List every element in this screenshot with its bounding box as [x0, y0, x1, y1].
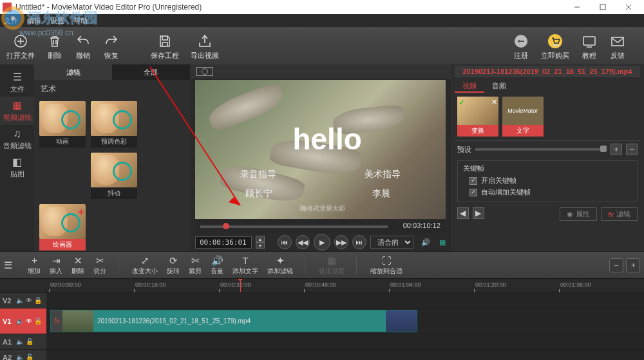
- selected-clip-name: 20190213-181236(2019_02_21_18_51_25_179)…: [455, 66, 640, 77]
- svg-rect-15: [612, 37, 623, 46]
- track-v2: V2🔈👁🔓: [0, 292, 644, 308]
- delete-button[interactable]: 删除: [46, 33, 63, 61]
- preview-panel: hello 录音指导 美术指导 顾长宁 李晨 嗨格式录屏大师 00:03:10:…: [190, 64, 451, 251]
- overlay-text-hello: hello: [292, 122, 361, 156]
- register-button[interactable]: 注册: [513, 33, 529, 61]
- keyframe-auto-checkbox[interactable]: 自动增加关键帧: [469, 187, 632, 197]
- zoom-in-button[interactable]: ＋: [626, 258, 640, 272]
- next-frame-button[interactable]: ▶▶: [334, 235, 348, 249]
- filter-category: 艺术: [34, 80, 190, 99]
- position-marker-icon[interactable]: [196, 67, 213, 76]
- menu-file[interactable]: 文件: [4, 16, 18, 26]
- track-head-v1[interactable]: V1🔈👁🔓: [0, 308, 46, 334]
- preset-remove-button[interactable]: −: [626, 144, 638, 155]
- tl-menu-button[interactable]: ☰: [4, 260, 12, 271]
- feedback-button[interactable]: 反馈: [609, 33, 626, 61]
- timecode-input[interactable]: [195, 236, 252, 249]
- menu-settings[interactable]: 设置: [50, 16, 64, 26]
- keyframe-enable-checkbox[interactable]: 开启关键帧: [469, 176, 632, 185]
- svg-rect-9: [520, 41, 524, 42]
- tl-delete-button[interactable]: ✕删除: [71, 255, 84, 276]
- grid-toggle-icon[interactable]: ▦: [439, 238, 446, 247]
- app-icon: [3, 3, 12, 12]
- track-head-a1[interactable]: A1🔈🔓: [0, 334, 46, 349]
- open-file-button[interactable]: 打开文件: [6, 33, 35, 61]
- credit-name: 顾长宁: [245, 188, 272, 200]
- window-title: Untitled* - MovieMator Video Editor Pro …: [15, 3, 564, 12]
- svg-rect-13: [583, 37, 595, 45]
- sidebar-item-sticker[interactable]: ◧贴图: [0, 153, 34, 182]
- tl-volume-button[interactable]: 🔊音量: [211, 255, 223, 276]
- skip-start-button[interactable]: ⏮: [278, 235, 292, 249]
- save-project-button[interactable]: 保存工程: [151, 33, 179, 61]
- redo-button[interactable]: 恢复: [103, 33, 120, 61]
- keyframe-nav: ◀ ▶ ◉ 属性 fx滤镜: [455, 205, 640, 223]
- filter-item-selected[interactable]: 绘画器: [39, 204, 86, 251]
- timeline-clip[interactable]: fx 20190213-181236(2019_02_21_18_51_25_1…: [50, 310, 417, 332]
- duration-display: 00:03:10:12: [403, 222, 440, 229]
- prev-frame-button[interactable]: ◀◀: [296, 235, 310, 249]
- zoom-out-button[interactable]: −: [609, 258, 623, 272]
- svg-point-12: [557, 44, 558, 45]
- kf-prev-button[interactable]: ◀: [457, 207, 469, 219]
- preview-viewport[interactable]: hello 录音指导 美术指导 顾长宁 李晨 嗨格式录屏大师: [195, 80, 446, 219]
- clip-thumb-start: [62, 310, 93, 332]
- preset-slider[interactable]: [475, 148, 607, 151]
- undo-button[interactable]: 撤销: [75, 33, 91, 61]
- svg-point-10: [548, 34, 562, 48]
- window-titlebar: Untitled* - MovieMator Video Editor Pro …: [0, 0, 644, 14]
- close-button[interactable]: [616, 0, 641, 14]
- filter-tab-filter[interactable]: 滤镜: [34, 64, 112, 80]
- tl-tracksettings-button[interactable]: ▦轨道设置: [319, 255, 345, 276]
- minimize-button[interactable]: [564, 0, 590, 14]
- main-area: ☰文件 ▦视频滤镜 ♫音频滤镜 ◧贴图 滤镜 全部 艺术 动画 预调色彩 抖动 …: [0, 64, 644, 251]
- playback-controls: ▲▼ ⏮ ◀◀ ▶ ▶▶ ⏭ 适合的 🔊 ▦: [190, 233, 451, 251]
- tl-add-button[interactable]: ＋增加: [28, 255, 41, 276]
- volume-icon[interactable]: 🔊: [421, 238, 430, 247]
- tl-fitwindow-button[interactable]: ⛶缩放到合适: [370, 255, 402, 276]
- seek-bar[interactable]: 00:03:10:12: [195, 220, 446, 233]
- sidebar-item-audio-filter[interactable]: ♫音频滤镜: [0, 125, 34, 153]
- maximize-button[interactable]: [590, 0, 616, 14]
- fit-mode-select[interactable]: 适合的: [370, 236, 413, 249]
- tutorial-button[interactable]: 教程: [581, 33, 598, 61]
- svg-point-11: [554, 44, 555, 45]
- menu-help[interactable]: 帮助: [73, 16, 88, 26]
- filter-item[interactable]: 预调色彩: [91, 101, 137, 147]
- applied-filter-transform[interactable]: ✓✕ 变换: [457, 97, 498, 137]
- tl-resize-button[interactable]: ⤢改变大小: [132, 255, 158, 276]
- track-head-v2[interactable]: V2🔈👁🔓: [0, 293, 46, 308]
- filter-tab-all[interactable]: 全部: [112, 64, 190, 80]
- tl-rotate-button[interactable]: ⟳旋转: [167, 255, 180, 276]
- track-head-a2[interactable]: A2🔈🔓: [0, 350, 46, 360]
- timeline-ruler[interactable]: 00:00:00:00 00:00:16:00 00:00:32:00 00:0…: [0, 278, 644, 292]
- tl-crop-button[interactable]: ✄裁剪: [189, 255, 202, 276]
- tl-addfilter-button[interactable]: ✦添加滤镜: [267, 255, 293, 276]
- tl-addtext-button[interactable]: T添加文字: [232, 255, 258, 276]
- filter-item[interactable]: 动画: [39, 101, 86, 147]
- attributes-button[interactable]: ◉ 属性: [560, 207, 597, 221]
- filter-item[interactable]: 抖动: [91, 153, 137, 199]
- prop-tab-video[interactable]: 视频: [455, 79, 484, 93]
- buy-button[interactable]: 立即购买: [541, 33, 569, 61]
- tl-insert-button[interactable]: ⇥插入: [50, 255, 62, 276]
- skip-end-button[interactable]: ⏭: [352, 235, 366, 249]
- sidebar-item-file[interactable]: ☰文件: [0, 68, 34, 97]
- tl-split-button[interactable]: ✂切分: [93, 255, 106, 276]
- track-a1: A1🔈🔓: [0, 334, 644, 349]
- keyframe-title: 关键帧: [463, 164, 632, 173]
- menu-edit[interactable]: 编辑: [27, 16, 41, 26]
- export-video-button[interactable]: 导出视频: [191, 33, 219, 61]
- keyframe-panel: 关键帧 开启关键帧 自动增加关键帧: [457, 160, 638, 202]
- recorder-watermark: 嗨格式录屏大师: [300, 204, 345, 213]
- play-button[interactable]: ▶: [314, 234, 330, 251]
- kf-next-button[interactable]: ▶: [473, 207, 484, 219]
- prop-tab-audio[interactable]: 音频: [484, 79, 514, 93]
- preset-add-button[interactable]: +: [611, 144, 622, 155]
- track-a2: A2🔈🔓: [0, 349, 644, 360]
- applied-filter-text[interactable]: MovieMator 文字: [502, 97, 544, 137]
- sidebar-item-video-filter[interactable]: ▦视频滤镜: [0, 97, 34, 125]
- filters-button[interactable]: fx滤镜: [601, 207, 638, 221]
- timecode-spinner[interactable]: ▲▼: [256, 236, 265, 249]
- preset-row: 预设 + −: [455, 140, 640, 158]
